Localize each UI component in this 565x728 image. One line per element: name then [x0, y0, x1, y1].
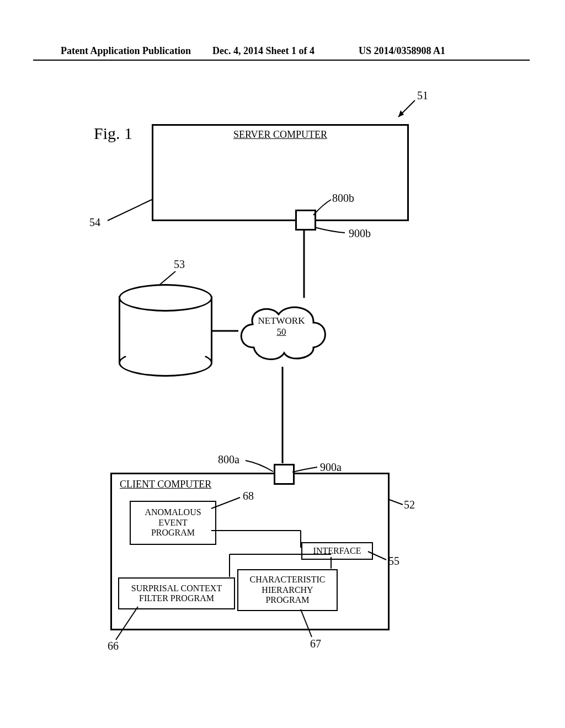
header-rule [33, 60, 530, 61]
network-cloud: NETWORK 50 [232, 292, 331, 370]
ref-52: 52 [404, 499, 415, 511]
svg-line-7 [388, 499, 403, 505]
interface-box: INTERFACE [301, 542, 373, 560]
interface-label: INTERFACE [313, 546, 361, 556]
anomalous-event-program-box: ANOMALOUS EVENT PROGRAM [130, 501, 216, 545]
svg-line-0 [398, 100, 415, 117]
ref-51: 51 [417, 89, 428, 102]
ref-68: 68 [243, 490, 254, 502]
client-computer-title: CLIENT COMPUTER [120, 479, 211, 490]
port-800b-box [295, 210, 316, 231]
ref-53: 53 [174, 258, 185, 271]
server-computer-title: SERVER COMPUTER [153, 129, 407, 141]
anomalous-l1: ANOMALOUS [145, 507, 201, 517]
surprisal-context-filter-program-box: SURPRISAL CONTEXT FILTER PROGRAM [118, 577, 235, 609]
figure-label: Fig. 1 [94, 124, 132, 143]
ref-67: 67 [310, 638, 321, 650]
ref-54: 54 [89, 216, 100, 229]
database-cylinder-icon [119, 284, 212, 378]
network-label: NETWORK [232, 292, 331, 326]
page: Patent Application Publication Dec. 4, 2… [0, 0, 565, 728]
ref-66: 66 [108, 640, 119, 652]
ref-800b: 800b [332, 192, 354, 205]
network-cloud-label: NETWORK 50 [232, 292, 331, 338]
network-id: 50 [232, 326, 331, 338]
svg-marker-1 [398, 110, 404, 117]
header-left: Patent Application Publication [61, 45, 191, 57]
ref-55: 55 [388, 555, 399, 568]
header-center: Dec. 4, 2014 Sheet 1 of 4 [212, 45, 315, 57]
chp-l1: CHARACTERISTIC [250, 575, 326, 585]
anomalous-l3: PROGRAM [151, 528, 195, 538]
ref-900b: 900b [349, 227, 371, 240]
server-computer-box: SERVER COMPUTER [152, 124, 409, 221]
header-right: US 2014/0358908 A1 [359, 45, 445, 57]
anomalous-l2: EVENT [158, 518, 187, 528]
svg-line-2 [108, 200, 152, 221]
characteristic-hierarchy-program-box: CHARACTERISTIC HIERARCHY PROGRAM [237, 569, 338, 611]
port-800a-box [274, 464, 295, 485]
ref-900a: 900a [320, 461, 342, 474]
chp-l3: PROGRAM [265, 595, 309, 605]
ref-800a: 800a [218, 453, 239, 466]
scf-l2: FILTER PROGRAM [139, 593, 214, 603]
scf-l1: SURPRISAL CONTEXT [131, 584, 222, 593]
chp-l2: HIERARCHY [262, 585, 313, 595]
